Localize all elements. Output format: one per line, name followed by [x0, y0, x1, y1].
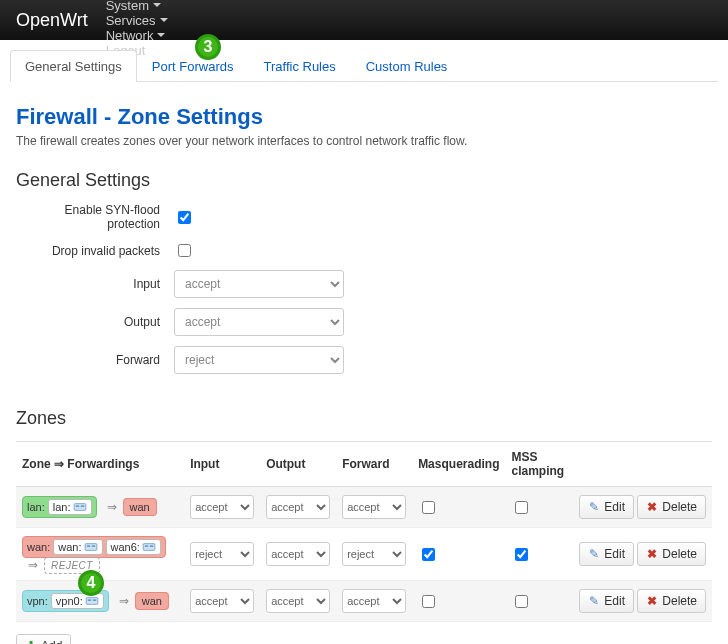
zone-target: wan [123, 498, 157, 516]
page-description: The firewall creates zones over your net… [16, 134, 712, 148]
zone-lan-input-select[interactable]: accept [190, 495, 254, 519]
zones-col-header: Masquerading [412, 442, 505, 487]
step-4-badge: 4 [78, 570, 104, 596]
forward-label: Forward [16, 353, 174, 367]
tab-custom-rules[interactable]: Custom Rules [351, 50, 463, 82]
svg-rect-8 [150, 545, 153, 547]
forward-arrow-icon: ⇒ [107, 500, 117, 514]
svg-rect-7 [145, 545, 148, 547]
zone-wan-output-select[interactable]: accept [266, 542, 330, 566]
edit-icon: ✎ [588, 548, 600, 560]
delete-icon: ✖ [646, 501, 658, 513]
zone-wan-mss-checkbox[interactable] [515, 548, 528, 561]
svg-rect-4 [86, 545, 89, 547]
add-label: Add [41, 639, 62, 644]
step-3-badge: 3 [195, 34, 221, 60]
zone-badge-lan: lan:lan: [22, 496, 97, 518]
delete-icon: ✖ [646, 595, 658, 607]
edit-button[interactable]: ✎Edit [579, 589, 634, 613]
zone-vpn-forward-select[interactable]: accept [342, 589, 406, 613]
forward-select[interactable]: reject [174, 346, 344, 374]
zone-vpn-output-select[interactable]: accept [266, 589, 330, 613]
zone-vpn-input-select[interactable]: accept [190, 589, 254, 613]
zone-lan-masq-checkbox[interactable] [422, 501, 435, 514]
zones-col-header: Input [184, 442, 260, 487]
tab-port-forwards[interactable]: Port Forwards [137, 50, 249, 82]
zones-col-header: Zone ⇒ Forwardings [16, 442, 184, 487]
caret-icon [153, 3, 161, 7]
general-heading: General Settings [16, 170, 712, 191]
zone-target: wan [135, 592, 169, 610]
edit-button[interactable]: ✎Edit [579, 542, 634, 566]
svg-rect-11 [93, 599, 96, 601]
svg-rect-10 [88, 599, 91, 601]
svg-rect-2 [80, 505, 83, 507]
zone-lan-forward-select[interactable]: accept [342, 495, 406, 519]
zones-col-header: Output [260, 442, 336, 487]
input-label: Input [16, 277, 174, 291]
iface-box: wan6: [106, 539, 161, 555]
zones-col-header: MSS clamping [505, 442, 573, 487]
iface-box: wan: [53, 539, 102, 555]
svg-rect-5 [91, 545, 94, 547]
zone-lan-mss-checkbox[interactable] [515, 501, 528, 514]
drop-invalid-label: Drop invalid packets [16, 244, 174, 258]
page-title: Firewall - Zone Settings [16, 104, 712, 130]
top-navbar: OpenWrt StatusSystemServicesNetworkLogou… [0, 0, 728, 40]
syn-flood-label: Enable SYN-flood protection [16, 203, 174, 231]
delete-button[interactable]: ✖Delete [637, 495, 706, 519]
drop-invalid-checkbox[interactable] [178, 244, 191, 257]
tab-general-settings[interactable]: General Settings [10, 50, 137, 82]
tab-bar: General SettingsPort ForwardsTraffic Rul… [10, 50, 718, 82]
tab-traffic-rules[interactable]: Traffic Rules [248, 50, 350, 82]
zone-wan-forward-select[interactable]: reject [342, 542, 406, 566]
output-select[interactable]: accept [174, 308, 344, 336]
input-select[interactable]: accept [174, 270, 344, 298]
delete-button[interactable]: ✖Delete [637, 542, 706, 566]
add-button[interactable]: ✚ Add [16, 634, 71, 644]
zone-row-vpn: vpn:vpn0: ⇒wanacceptacceptaccept✎Edit ✖D… [16, 581, 712, 622]
zone-wan-masq-checkbox[interactable] [422, 548, 435, 561]
delete-button[interactable]: ✖Delete [637, 589, 706, 613]
caret-icon [157, 33, 165, 37]
forward-arrow-icon: ⇒ [28, 558, 38, 572]
svg-rect-1 [75, 505, 78, 507]
zones-col-header [573, 442, 712, 487]
delete-icon: ✖ [646, 548, 658, 560]
edit-icon: ✎ [588, 501, 600, 513]
nav-item-system[interactable]: System [106, 0, 168, 13]
zones-col-header: Forward [336, 442, 412, 487]
nav-item-services[interactable]: Services [106, 13, 168, 28]
output-label: Output [16, 315, 174, 329]
iface-box: lan: [48, 499, 92, 515]
zone-vpn-masq-checkbox[interactable] [422, 595, 435, 608]
zones-table: Zone ⇒ ForwardingsInputOutputForwardMasq… [16, 441, 712, 622]
edit-button[interactable]: ✎Edit [579, 495, 634, 519]
zone-row-wan: wan:wan: wan6: ⇒REJECTrejectacceptreject… [16, 528, 712, 581]
syn-flood-checkbox[interactable] [178, 211, 191, 224]
edit-icon: ✎ [588, 595, 600, 607]
forward-arrow-icon: ⇒ [119, 594, 129, 608]
zone-badge-wan: wan:wan: wan6: [22, 536, 166, 558]
zone-vpn-mss-checkbox[interactable] [515, 595, 528, 608]
add-icon: ✚ [25, 640, 37, 644]
caret-icon [160, 18, 168, 22]
nav-item-network[interactable]: Network [106, 28, 168, 43]
iface-box: vpn0: [51, 593, 104, 609]
brand-logo[interactable]: OpenWrt [16, 10, 88, 31]
zone-lan-output-select[interactable]: accept [266, 495, 330, 519]
zones-heading: Zones [16, 408, 712, 429]
zone-row-lan: lan:lan: ⇒wanacceptacceptaccept✎Edit ✖De… [16, 487, 712, 528]
zone-wan-input-select[interactable]: reject [190, 542, 254, 566]
